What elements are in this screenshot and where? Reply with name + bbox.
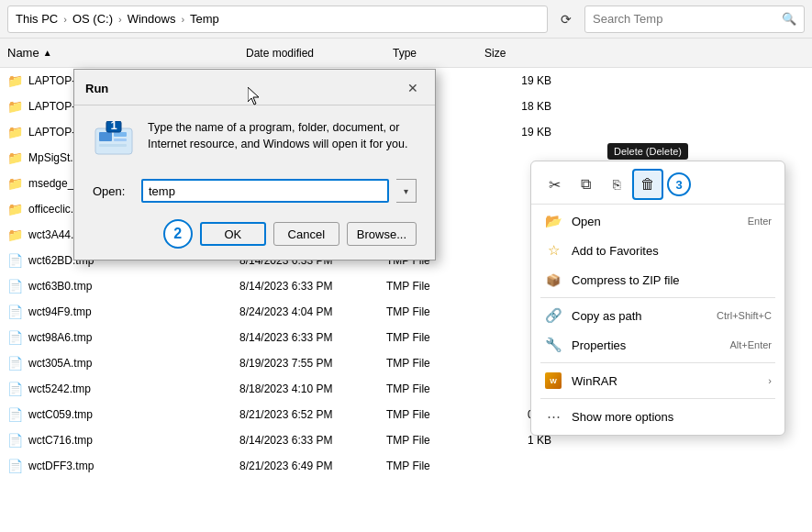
winrar-icon: W: [544, 371, 562, 390]
search-box: 🔍: [584, 6, 805, 33]
ctx-copy-button[interactable]: ⧉: [570, 169, 601, 200]
file-icon: 📄: [7, 407, 23, 422]
ctx-label-more-options: Show more options: [572, 410, 772, 424]
file-name: wct94F9.tmp: [28, 305, 239, 318]
file-icon: 📄: [7, 305, 23, 319]
file-name: wctC059.tmp: [28, 408, 239, 421]
file-type: TMP File: [386, 408, 478, 421]
run-dialog: Run ✕ 1 Type the name of a program, fold…: [73, 69, 436, 260]
context-menu: ✂ ⧉ ⎘ 🗑 Delete (Delete) 3 📂 Open Enter ☆…: [530, 161, 785, 436]
ctx-item-open[interactable]: 📂 Open Enter: [531, 206, 784, 236]
file-icon: 📄: [7, 433, 23, 448]
file-name: wctC716.tmp: [28, 434, 239, 447]
breadcrumb-temp[interactable]: Temp: [190, 12, 219, 26]
trash-icon: 🗑: [640, 176, 655, 193]
dialog-buttons: 2 OK Cancel Browse...: [93, 219, 417, 249]
ok-button[interactable]: OK: [200, 222, 266, 246]
ctx-item-winrar[interactable]: W WinRAR ›: [531, 366, 784, 395]
delete-tooltip: Delete (Delete): [607, 143, 688, 160]
file-name: wct5242.tmp: [28, 382, 239, 395]
ctx-separator-3: [540, 398, 775, 399]
file-icon: 📁: [7, 125, 23, 139]
svg-rect-2: [114, 132, 127, 137]
col-header-date[interactable]: Date modified: [246, 47, 393, 60]
ctx-cut-button[interactable]: ✂: [539, 169, 570, 200]
file-type: TMP File: [386, 331, 478, 344]
ctx-separator-1: [540, 297, 775, 298]
col-header-type[interactable]: Type: [393, 47, 484, 60]
file-icon: 📁: [7, 176, 23, 191]
file-icon: 📄: [7, 279, 23, 294]
file-date: 8/18/2023 4:10 PM: [239, 382, 386, 395]
open-label: Open:: [93, 184, 134, 198]
cancel-button[interactable]: Cancel: [273, 222, 339, 246]
file-icon: 📁: [7, 99, 23, 114]
ctx-separator-2: [540, 362, 775, 363]
file-icon: 📁: [7, 150, 23, 165]
ctx-share-button[interactable]: ⎘: [601, 169, 632, 200]
open-row: Open: ▾: [93, 179, 417, 203]
ctx-label-copy-path: Copy as path: [572, 309, 707, 323]
dialog-close-button[interactable]: ✕: [402, 77, 424, 99]
ctx-label-zip: Compress to ZIP file: [572, 273, 772, 287]
breadcrumb-sep1: ›: [63, 14, 67, 25]
breadcrumb-this-pc[interactable]: This PC: [16, 12, 58, 26]
file-type: TMP File: [386, 305, 478, 318]
ctx-item-properties[interactable]: 🔧 Properties Alt+Enter: [531, 330, 784, 360]
file-type: TMP File: [386, 434, 478, 447]
search-icon: 🔍: [782, 12, 796, 26]
address-bar: This PC › OS (C:) › Windows › Temp ⟳ 🔍: [0, 0, 812, 39]
svg-text:1: 1: [110, 121, 117, 132]
browse-button[interactable]: Browse...: [347, 222, 417, 246]
ctx-label-favorites: Add to Favorites: [572, 244, 772, 258]
breadcrumb-windows[interactable]: Windows: [128, 12, 176, 26]
file-icon: 📁: [7, 227, 23, 242]
breadcrumb-sep2: ›: [118, 14, 122, 25]
column-headers: Name ▲ Date modified Type Size: [0, 39, 812, 68]
file-date: 8/14/2023 6:33 PM: [239, 280, 386, 293]
ctx-item-zip[interactable]: 📦 Compress to ZIP file: [531, 265, 784, 294]
file-date: 8/21/2023 6:49 PM: [239, 460, 386, 472]
ctx-delete-button[interactable]: 🗑 Delete (Delete): [632, 169, 663, 200]
open-dropdown-button[interactable]: ▾: [396, 179, 417, 203]
file-date: 8/24/2023 4:04 PM: [239, 305, 386, 318]
table-row[interactable]: 📄 wctDFF3.tmp 8/21/2023 6:49 PM TMP File: [0, 453, 812, 479]
ctx-shortcut-copy-path: Ctrl+Shift+C: [717, 310, 772, 321]
ctx-label-open: Open: [572, 215, 739, 228]
file-date: 8/21/2023 6:52 PM: [239, 408, 386, 421]
svg-rect-1: [99, 132, 112, 141]
file-size: 19 KB: [478, 74, 551, 87]
file-icon: 📄: [7, 382, 23, 396]
file-icon: 📄: [7, 459, 23, 473]
breadcrumb[interactable]: This PC › OS (C:) › Windows › Temp: [7, 6, 548, 33]
dialog-title: Run: [85, 82, 108, 95]
more-options-icon: ⋯: [544, 407, 562, 426]
col-header-name[interactable]: Name ▲: [7, 46, 246, 60]
breadcrumb-sep3: ›: [181, 14, 184, 25]
file-date: 8/14/2023 6:33 PM: [239, 331, 386, 344]
ctx-item-more-options[interactable]: ⋯ Show more options: [531, 402, 784, 431]
col-header-size[interactable]: Size: [484, 47, 558, 60]
step3-badge: 3: [667, 172, 691, 196]
run-icon: 1: [93, 120, 135, 162]
svg-rect-3: [114, 139, 127, 141]
open-input[interactable]: [141, 179, 389, 203]
dialog-titlebar: Run ✕: [74, 70, 435, 105]
file-name: wct305A.tmp: [28, 357, 239, 370]
file-size: 19 KB: [478, 126, 551, 139]
file-icon: 📄: [7, 330, 23, 345]
dialog-body: 1 Type the name of a program, folder, do…: [74, 105, 435, 260]
file-size: 18 KB: [478, 100, 551, 113]
ctx-label-properties: Properties: [572, 338, 720, 352]
file-icon: 📁: [7, 202, 23, 216]
refresh-button[interactable]: ⟳: [553, 6, 579, 32]
file-name: wct63B0.tmp: [28, 280, 239, 293]
copy-path-icon: 🔗: [544, 306, 562, 325]
ctx-item-favorites[interactable]: ☆ Add to Favorites: [531, 236, 784, 265]
search-input[interactable]: [593, 12, 776, 26]
zip-icon: 📦: [544, 271, 562, 289]
file-icon: 📄: [7, 356, 23, 371]
breadcrumb-os[interactable]: OS (C:): [72, 12, 113, 26]
properties-icon: 🔧: [544, 336, 562, 354]
ctx-item-copy-path[interactable]: 🔗 Copy as path Ctrl+Shift+C: [531, 301, 784, 330]
